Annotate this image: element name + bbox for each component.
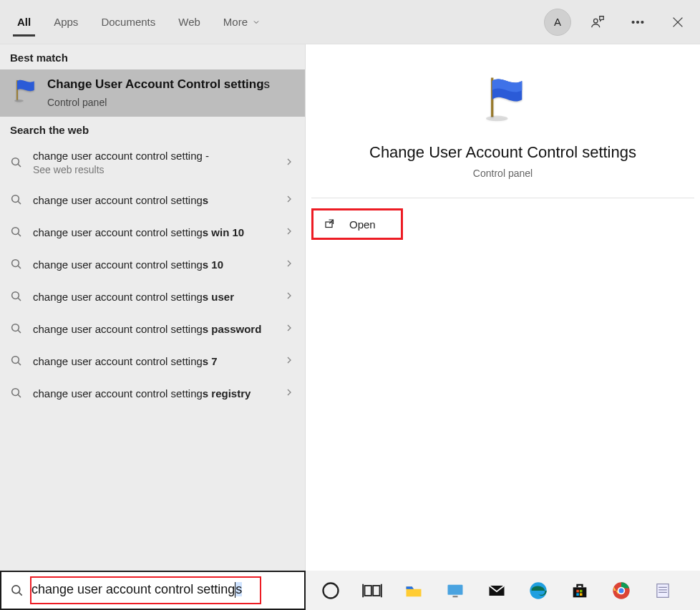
svg-point-9: [12, 292, 19, 299]
svg-rect-31: [657, 584, 669, 597]
best-match-item[interactable]: Change User Account Control settings Con…: [0, 69, 305, 117]
taskbar: [306, 571, 700, 610]
store-icon: [570, 581, 590, 601]
svg-rect-19: [448, 584, 463, 594]
svg-point-6: [12, 195, 19, 203]
uac-flag-icon: [471, 73, 535, 123]
chrome-icon: [611, 581, 631, 601]
text-caret: [235, 582, 235, 598]
suggestion-text: change user account control setting -See…: [33, 149, 273, 177]
task-view-icon: [362, 581, 382, 601]
preview-divider: [311, 198, 694, 198]
search-text-typed: change user account control setting: [31, 582, 235, 596]
tab-more-label: More: [223, 16, 248, 28]
search-icon: [10, 352, 23, 370]
svg-point-0: [594, 19, 598, 23]
search-icon: [10, 584, 24, 598]
tab-web[interactable]: Web: [167, 3, 212, 41]
suggestion-text: change user account control settings 7: [33, 354, 273, 369]
web-suggestion[interactable]: change user account control settings 7: [0, 345, 305, 377]
mail-icon: [487, 581, 507, 601]
suggestion-text: change user account control settings reg…: [33, 387, 273, 401]
svg-point-2: [637, 21, 639, 23]
search-bar: change user account control settings: [0, 571, 700, 610]
chevron-right-icon: [283, 156, 295, 170]
best-match-title: Change User Account Control settings: [47, 77, 270, 92]
avatar[interactable]: A: [544, 9, 571, 36]
svg-point-13: [485, 116, 507, 122]
web-suggestion[interactable]: change user account control settings 10: [0, 248, 305, 281]
search-icon: [10, 288, 23, 306]
chevron-down-icon: [252, 18, 261, 26]
suggestion-text: change user account control settings use…: [33, 290, 273, 304]
ellipsis-icon: [630, 14, 646, 30]
preview-subtitle: Control panel: [473, 168, 533, 179]
suggestion-text: change user account control settings: [33, 193, 273, 208]
suggestion-text: change user account control settings pas…: [33, 322, 273, 337]
svg-point-30: [619, 588, 624, 593]
svg-rect-17: [365, 586, 371, 596]
svg-rect-24: [576, 589, 579, 592]
person-feedback-icon: [590, 14, 606, 30]
taskbar-task-view[interactable]: [360, 578, 384, 603]
edge-icon: [528, 581, 548, 601]
notepad-icon: [653, 581, 673, 601]
web-suggestion[interactable]: change user account control settings use…: [0, 281, 305, 313]
search-tabbar: All Apps Documents Web More A: [0, 0, 700, 44]
chevron-right-icon: [283, 226, 295, 240]
suggestion-text: change user account control settings 10: [33, 258, 273, 272]
tab-more[interactable]: More: [212, 3, 272, 41]
web-suggestion[interactable]: change user account control setting -See…: [0, 142, 305, 184]
open-button[interactable]: Open: [311, 208, 403, 240]
svg-point-11: [12, 357, 19, 364]
svg-rect-18: [373, 586, 379, 596]
best-match-title-main: Change User Account Control setting: [47, 77, 264, 91]
svg-point-4: [14, 100, 24, 102]
open-label: Open: [349, 218, 376, 231]
best-match-header: Best match: [0, 44, 305, 69]
taskbar-app-1[interactable]: [443, 578, 467, 603]
search-icon: [10, 256, 23, 273]
cortana-icon: [321, 581, 341, 601]
svg-point-3: [641, 21, 643, 23]
taskbar-store[interactable]: [568, 578, 592, 603]
uac-flag-icon: [10, 77, 39, 105]
results-panel: Best match Change User Account Control s…: [0, 44, 306, 571]
taskbar-edge[interactable]: [526, 578, 550, 603]
open-external-icon: [324, 218, 336, 231]
tab-apps[interactable]: Apps: [42, 3, 89, 41]
search-icon: [10, 191, 23, 209]
taskbar-notepad[interactable]: [651, 578, 675, 603]
svg-point-1: [632, 21, 634, 23]
search-icon: [10, 223, 23, 241]
svg-rect-25: [580, 589, 583, 592]
feedback-button[interactable]: [584, 9, 611, 36]
svg-point-5: [12, 158, 19, 165]
search-icon: [10, 384, 23, 402]
search-icon: [10, 320, 23, 338]
search-input[interactable]: change user account control settings: [0, 571, 306, 610]
svg-rect-20: [453, 596, 458, 597]
best-match-subtitle: Control panel: [47, 97, 270, 108]
tab-documents[interactable]: Documents: [89, 3, 167, 41]
tab-all[interactable]: All: [6, 3, 42, 41]
suggestion-text: change user account control settings win…: [33, 226, 273, 240]
taskbar-file-explorer[interactable]: [402, 578, 426, 603]
chevron-right-icon: [283, 258, 295, 272]
svg-rect-27: [580, 593, 583, 596]
chevron-right-icon: [283, 322, 295, 337]
monitor-icon: [445, 581, 465, 601]
web-suggestion[interactable]: change user account control settings pas…: [0, 313, 305, 345]
svg-point-8: [12, 260, 19, 267]
taskbar-cortana[interactable]: [319, 578, 343, 603]
web-suggestion[interactable]: change user account control settings win…: [0, 216, 305, 248]
preview-title: Change User Account Control settings: [355, 143, 651, 162]
search-text-autocomplete: s: [235, 582, 242, 596]
taskbar-chrome[interactable]: [609, 578, 633, 603]
web-header: Search the web: [0, 117, 305, 142]
web-suggestion[interactable]: change user account control settings reg…: [0, 377, 305, 410]
web-suggestion[interactable]: change user account control settings: [0, 184, 305, 216]
close-button[interactable]: [664, 9, 691, 36]
taskbar-mail[interactable]: [485, 578, 509, 603]
more-button[interactable]: [624, 9, 651, 36]
